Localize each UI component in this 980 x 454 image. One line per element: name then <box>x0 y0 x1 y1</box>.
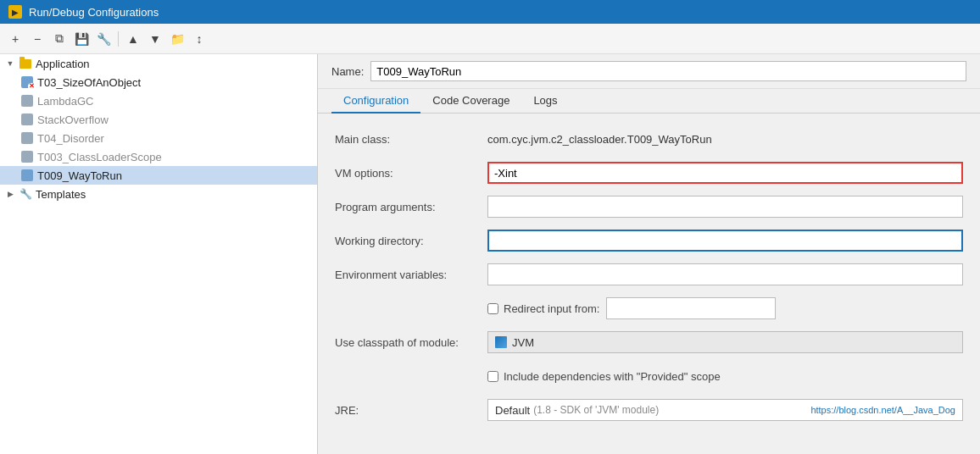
left-panel: ▼ Application T03_SizeOfAnObject LambdaG… <box>0 54 318 454</box>
jre-label: JRE: <box>335 404 487 417</box>
wrench-icon: 🔧 <box>19 187 32 201</box>
env-vars-input[interactable] <box>487 263 963 285</box>
config-label-T03: T03_SizeOfAnObject <box>37 76 141 89</box>
module-label: Use classpath of module: <box>335 336 487 349</box>
config-label-LambdaGC: LambdaGC <box>37 95 93 108</box>
tab-configuration[interactable]: Configuration <box>331 89 420 114</box>
templates-expand-icon: ▶ <box>3 187 17 201</box>
module-icon <box>495 336 507 348</box>
vm-options-input[interactable] <box>487 162 963 184</box>
tab-logs[interactable]: Logs <box>521 89 569 114</box>
config-label-T003: T003_ClassLoaderScope <box>37 151 162 163</box>
save-config-button[interactable]: 💾 <box>71 29 92 49</box>
config-icon-T003 <box>20 150 34 163</box>
include-deps-label: Include dependencies with "Provided" sco… <box>504 370 721 383</box>
config-item-LambdaGC[interactable]: LambdaGC <box>0 91 317 110</box>
main-class-row: Main class: com.cyc.jvm.c2_classloader.T… <box>335 127 963 151</box>
jre-default: Default <box>495 404 530 417</box>
main-class-label: Main class: <box>335 133 487 146</box>
config-item-T003[interactable]: T003_ClassLoaderScope <box>0 147 317 166</box>
main-class-value: com.cyc.jvm.c2_classloader.T009_WayToRun <box>487 133 963 146</box>
config-item-T03[interactable]: T03_SizeOfAnObject <box>0 73 317 91</box>
redirect-row: Redirect input from: <box>335 296 963 320</box>
move-down-button[interactable]: ▼ <box>145 29 165 49</box>
redirect-checkbox[interactable] <box>487 303 498 314</box>
jre-row: JRE: Default (1.8 - SDK of 'JVM' module)… <box>335 398 963 422</box>
jre-sub: (1.8 - SDK of 'JVM' module) <box>533 404 659 416</box>
redirect-input[interactable] <box>606 297 776 319</box>
tab-code-coverage[interactable]: Code Coverage <box>420 89 521 114</box>
config-label-StackOverflow: StackOverflow <box>37 114 109 126</box>
title-bar: ▶ Run/Debug Configurations <box>0 0 980 24</box>
right-panel: Name: Configuration Code Coverage Logs M… <box>318 54 980 454</box>
config-icon-T04 <box>20 131 34 145</box>
working-dir-input[interactable] <box>487 230 963 252</box>
env-vars-label: Environment variables: <box>335 269 487 281</box>
add-config-button[interactable]: + <box>5 29 25 49</box>
redirect-label: Redirect input from: <box>504 302 599 315</box>
config-label-T009: T009_WayToRun <box>37 169 122 182</box>
templates-label: Templates <box>36 188 86 201</box>
toolbar: + − ⧉ 💾 🔧 ▲ ▼ 📁 ↕ <box>0 24 980 54</box>
remove-config-button[interactable]: − <box>27 29 47 49</box>
module-value: JVM <box>487 331 963 353</box>
config-item-StackOverflow[interactable]: StackOverflow <box>0 110 317 129</box>
templates-group[interactable]: ▶ 🔧 Templates <box>0 185 317 203</box>
include-deps-row: Include dependencies with "Provided" sco… <box>335 364 963 388</box>
name-bar: Name: <box>318 54 980 89</box>
name-label: Name: <box>331 65 364 78</box>
expand-icon: ▼ <box>3 57 17 70</box>
jre-link[interactable]: https://blog.csdn.net/A__Java_Dog <box>810 405 955 415</box>
main-layout: ▼ Application T03_SizeOfAnObject LambdaG… <box>0 54 980 454</box>
sort-button[interactable]: ↕ <box>189 29 209 49</box>
config-icon-T03 <box>20 75 34 89</box>
toolbar-separator <box>118 31 119 47</box>
vm-options-row: VM options: <box>335 161 963 185</box>
program-args-label: Program arguments: <box>335 201 487 213</box>
config-icon-LambdaGC <box>20 94 34 108</box>
application-label: Application <box>36 58 90 70</box>
include-deps-checkbox-row: Include dependencies with "Provided" sco… <box>487 370 721 383</box>
folder-icon <box>19 57 32 70</box>
config-item-T04[interactable]: T04_Disorder <box>0 129 317 147</box>
working-dir-row: Working directory: <box>335 229 963 252</box>
app-icon: ▶ <box>8 5 22 19</box>
program-args-input[interactable] <box>487 196 963 218</box>
config-item-T009[interactable]: T009_WayToRun <box>0 166 317 185</box>
redirect-checkbox-row: Redirect input from: <box>487 297 776 319</box>
move-up-button[interactable]: ▲ <box>123 29 143 49</box>
tabs-bar: Configuration Code Coverage Logs <box>318 89 980 114</box>
jre-value: Default (1.8 - SDK of 'JVM' module) http… <box>487 399 963 421</box>
settings-button[interactable]: 🔧 <box>93 29 114 49</box>
copy-config-button[interactable]: ⧉ <box>49 29 70 49</box>
module-name: JVM <box>512 336 534 349</box>
folder-button[interactable]: 📁 <box>167 29 187 49</box>
config-icon-T009 <box>20 169 34 182</box>
include-deps-checkbox[interactable] <box>487 371 498 382</box>
application-group[interactable]: ▼ Application <box>0 54 317 73</box>
module-row: Use classpath of module: JVM <box>335 330 963 354</box>
vm-options-label: VM options: <box>335 167 487 180</box>
name-input[interactable] <box>370 61 966 81</box>
config-icon-StackOverflow <box>20 113 34 126</box>
working-dir-label: Working directory: <box>335 235 487 247</box>
title-bar-text: Run/Debug Configurations <box>29 6 159 19</box>
program-args-row: Program arguments: <box>335 195 963 219</box>
config-label-T04: T04_Disorder <box>37 132 104 145</box>
env-vars-row: Environment variables: <box>335 263 963 286</box>
config-content: Main class: com.cyc.jvm.c2_classloader.T… <box>318 114 980 454</box>
